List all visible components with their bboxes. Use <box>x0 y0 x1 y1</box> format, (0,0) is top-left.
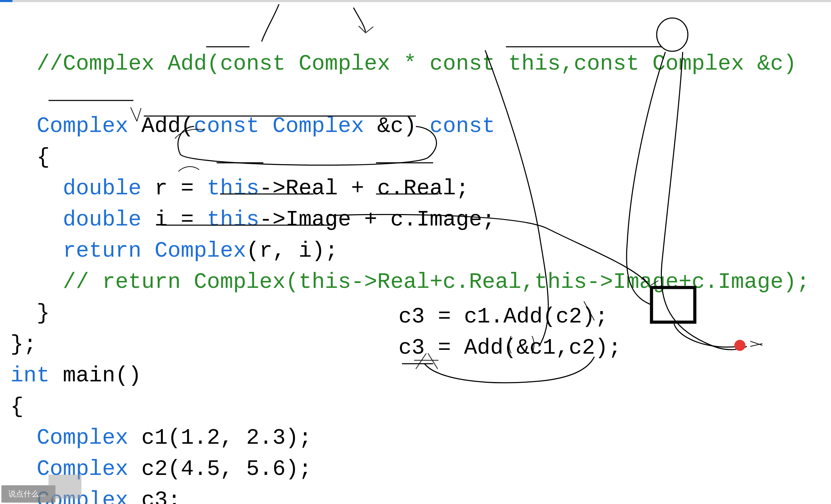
t: Complex <box>155 239 246 263</box>
code-line-3: double r = this->Real + c.Real; <box>10 176 469 201</box>
t: (r, i); <box>246 239 338 263</box>
t: { <box>10 395 24 419</box>
t <box>259 114 272 139</box>
t: c3; <box>128 488 181 504</box>
code-line-10: { <box>10 395 24 419</box>
t: c1(1.2, 2.3); <box>128 426 312 450</box>
t: { <box>37 145 50 170</box>
t: const Complex <box>574 52 757 76</box>
t: double <box>63 176 141 201</box>
code-line-6: // return Complex(this->Real+c.Real,this… <box>10 270 810 294</box>
code-line-5: return Complex(r, i); <box>10 239 338 263</box>
comment-placeholder[interactable]: 说点什么... <box>1 485 55 503</box>
t: ->Image + c.Image; <box>259 207 495 232</box>
t: * <box>403 52 417 76</box>
t: const <box>220 52 286 76</box>
t: &c <box>757 52 784 76</box>
t: ->Real + c.Real; <box>259 176 469 201</box>
t: ) <box>784 52 797 76</box>
t: int <box>10 363 50 388</box>
t <box>141 239 155 263</box>
side-expr-2: c3 = Add(&c1,c2); <box>399 333 621 364</box>
t: const this, <box>417 52 574 76</box>
code-line-11: Complex c1(1.2, 2.3); <box>10 426 312 450</box>
t: main() <box>50 363 141 388</box>
progress-fill <box>0 0 12 2</box>
code-line-8: }; <box>10 332 37 357</box>
code-line-0: //Complex Add(const Complex * const this… <box>10 52 796 76</box>
t: }; <box>10 332 37 357</box>
blank <box>10 83 24 107</box>
t: Add( <box>128 114 194 139</box>
side-expr-1: c3 = c1.Add(c2); <box>399 301 608 333</box>
code-line-12: Complex c2(4.5, 5.6); <box>10 457 312 481</box>
t: Complex <box>286 52 403 76</box>
progress-track <box>0 0 831 2</box>
t: Complex <box>37 426 129 450</box>
code-line-1: Complex Add(const Complex &c) const <box>10 114 495 139</box>
t: Complex <box>37 114 129 139</box>
t: // return Complex(this->Real+c.Real,this… <box>63 270 810 294</box>
t: i = <box>141 207 207 232</box>
t: r = <box>141 176 207 201</box>
t: //Complex Add( <box>37 52 220 76</box>
t: Complex <box>37 457 129 481</box>
t: const <box>430 114 495 139</box>
code-line-9: int main() <box>10 363 141 388</box>
code-line-2: { <box>10 145 50 170</box>
t: return <box>63 239 141 263</box>
t: const <box>194 114 259 139</box>
code-block: //Complex Add(const Complex * const this… <box>10 17 810 504</box>
code-line-7: } <box>10 301 50 326</box>
t: &c) <box>364 114 430 139</box>
t: this <box>207 176 259 201</box>
t: Complex <box>272 114 364 139</box>
t: this <box>207 207 259 232</box>
t: c2(4.5, 5.6); <box>128 457 312 481</box>
t: } <box>37 301 50 326</box>
code-line-4: double i = this->Image + c.Image; <box>10 207 495 232</box>
t: double <box>63 207 141 232</box>
